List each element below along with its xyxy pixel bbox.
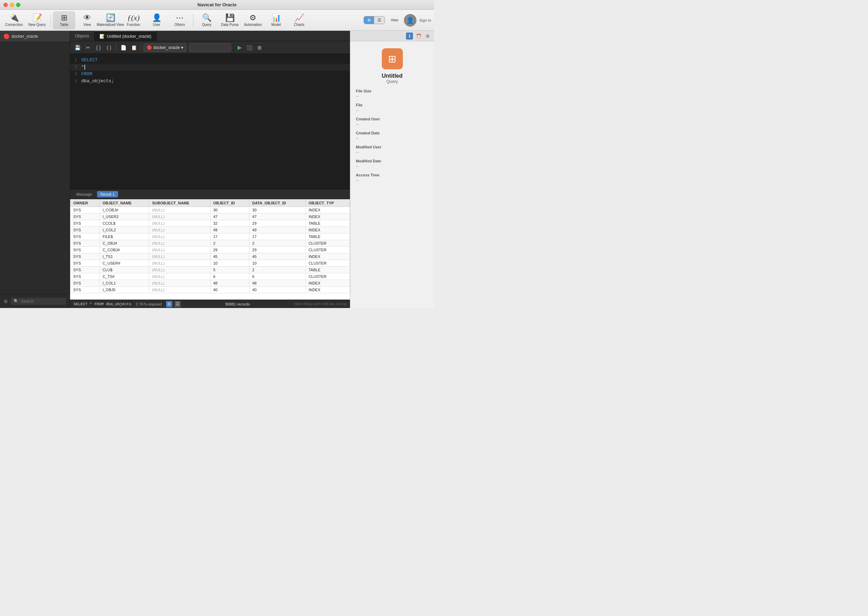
- info-field-label: Created Date: [356, 131, 428, 135]
- info-clock-btn[interactable]: ⏰: [415, 33, 422, 39]
- table-cell: (NULL): [149, 273, 210, 280]
- toolbar-item-table[interactable]: ⊞ Table: [53, 11, 75, 30]
- tab-objects[interactable]: Objects: [70, 31, 95, 41]
- toolbar-label-view: View: [83, 23, 91, 27]
- table-cell: FILE$: [99, 233, 149, 240]
- toolbar-item-view-label[interactable]: View: [388, 11, 401, 30]
- table-header-row: OWNER OBJECT_NAME SUBOBJECT_NAME OBJECT_…: [71, 200, 350, 207]
- export-btn[interactable]: 📋: [129, 43, 139, 52]
- info-field-value: --: [356, 178, 428, 183]
- editor-toolbar: 💾 ✂ { } ( ) 📄 📋 🔴 docker_oracle ▾ ▶ ⬛ ⊞: [70, 41, 350, 54]
- toolbar-item-model[interactable]: 📊 Model: [265, 11, 287, 30]
- page-btn[interactable]: 📄: [119, 43, 128, 52]
- toolbar-label-charts: Charts: [294, 23, 304, 27]
- table-cell: SYS: [71, 207, 100, 214]
- format-btn[interactable]: { }: [94, 43, 103, 52]
- stop-button[interactable]: ⬛: [245, 43, 254, 52]
- info-field: Modified User--: [356, 145, 428, 155]
- info-grid-btn[interactable]: ⊞: [424, 33, 431, 39]
- table-cell: I_COBJ#: [99, 207, 149, 214]
- table-cell: CCOL$: [99, 220, 149, 227]
- tab-bar: Objects 📝 Untitled (docker_oracle): [70, 31, 350, 41]
- db-selector[interactable]: 🔴 docker_oracle ▾: [143, 43, 186, 52]
- info-field: File Size--: [356, 89, 428, 99]
- toolbar-item-user[interactable]: 👤 User: [145, 11, 168, 30]
- titlebar: Navicat for Oracle: [0, 0, 434, 10]
- query-big-icon: ⊞: [382, 48, 403, 69]
- result-tab-message[interactable]: Message: [73, 191, 96, 197]
- db-name[interactable]: docker_oracle: [11, 34, 38, 39]
- search-input[interactable]: [20, 299, 63, 304]
- table-cell: (NULL): [149, 280, 210, 287]
- line-content-1: SELECT: [81, 57, 98, 64]
- table-cell: INDEX: [306, 214, 350, 220]
- db-selector-chevron: ▾: [181, 45, 183, 50]
- toolbar-item-query[interactable]: 🔍 Query: [195, 11, 218, 30]
- sign-in-avatar[interactable]: 👤: [404, 14, 416, 27]
- table-row[interactable]: SYSC_USER#(NULL)1010CLUSTER: [71, 260, 350, 267]
- status-grid-icon[interactable]: ⊞: [166, 301, 172, 307]
- table-row[interactable]: SYSC_OBJ#(NULL)22CLUSTER: [71, 240, 350, 247]
- tab-untitled[interactable]: 📝 Untitled (docker_oracle): [95, 31, 157, 41]
- connection-icon: 🔌: [9, 14, 19, 22]
- view-btn-list[interactable]: ☰: [374, 16, 384, 24]
- toolbar-item-others[interactable]: ⋯ Others: [169, 11, 191, 30]
- table-row[interactable]: SYSC_COBJ#(NULL)2929CLUSTER: [71, 247, 350, 253]
- maximize-button[interactable]: [16, 3, 20, 7]
- toolbar-item-view[interactable]: 👁 View: [76, 11, 98, 30]
- table-row[interactable]: SYSI_USER2(NULL)4747INDEX: [71, 214, 350, 220]
- toolbar-item-function[interactable]: ƒ(x) Function: [122, 11, 145, 30]
- status-list-icon[interactable]: ☰: [175, 301, 181, 307]
- sidebar-settings-icon[interactable]: ⚙: [3, 299, 8, 304]
- table-row[interactable]: SYSI_COBJ#(NULL)3030INDEX: [71, 207, 350, 214]
- toolbar-item-automation[interactable]: ⚙ Automation: [242, 11, 264, 30]
- table-cell: SYS: [71, 267, 100, 273]
- main-layout: 🔴 docker_oracle ⚙ 🔍 Objects 📝 Untitled (…: [0, 31, 434, 308]
- table-row[interactable]: SYSI_COL1(NULL)4848INDEX: [71, 280, 350, 287]
- toolbar-item-new-query[interactable]: 📝 New Query: [26, 11, 48, 30]
- db-icon: 🔴: [3, 34, 9, 39]
- result-table: OWNER OBJECT_NAME SUBOBJECT_NAME OBJECT_…: [70, 199, 350, 300]
- table-cell: 47: [210, 214, 249, 220]
- table-row[interactable]: SYSCLU$(NULL)52TABLE: [71, 267, 350, 273]
- ed-sep-1: [116, 44, 116, 51]
- function-icon: ƒ(x): [127, 14, 139, 22]
- run-button[interactable]: ▶: [235, 43, 244, 52]
- sign-in-label[interactable]: Sign In: [419, 18, 431, 22]
- info-icon-btn[interactable]: ℹ: [406, 33, 413, 39]
- result-tab-result1[interactable]: Result 1: [97, 191, 118, 197]
- save-btn[interactable]: 💾: [73, 43, 82, 52]
- table-row[interactable]: SYSI_TS1(NULL)4545INDEX: [71, 253, 350, 260]
- table-row[interactable]: SYSI_OBJ5(NULL)4040INDEX: [71, 287, 350, 293]
- toolbar-item-data-pump[interactable]: 💾 Data Pump: [219, 11, 241, 30]
- table-cell: TABLE: [306, 233, 350, 240]
- info-field-label: Modified Date: [356, 159, 428, 163]
- table-row[interactable]: SYSC_TS#(NULL)66CLUSTER: [71, 273, 350, 280]
- table-cell: SYS: [71, 280, 100, 287]
- toolbar-item-charts[interactable]: 📈 Charts: [288, 11, 310, 30]
- code-line-2: 2 *: [70, 64, 350, 71]
- table-cell: SYS: [71, 220, 100, 227]
- col-header-object-name: OBJECT_NAME: [99, 200, 149, 207]
- table-row[interactable]: SYSCCOL$(NULL)3229TABLE: [71, 220, 350, 227]
- code-editor[interactable]: 1 SELECT 2 * 3 FROM 4 dba_objects;: [70, 54, 350, 189]
- table-cell: CLUSTER: [306, 240, 350, 247]
- info-field-value: --: [356, 94, 428, 99]
- explain-btn[interactable]: ⊞: [255, 43, 264, 52]
- result-tab-bar: Message Result 1: [70, 189, 350, 199]
- table-cell: SYS: [71, 227, 100, 233]
- table-row[interactable]: SYSFILE$(NULL)1717TABLE: [71, 233, 350, 240]
- parenthesis-btn[interactable]: ( ): [104, 43, 113, 52]
- close-button[interactable]: [3, 3, 8, 7]
- view-btn-grid[interactable]: ⊞: [364, 16, 374, 24]
- table-row[interactable]: SYSI_COL2(NULL)4949INDEX: [71, 227, 350, 233]
- minimize-button[interactable]: [10, 3, 14, 7]
- table-cell: (NULL): [149, 267, 210, 273]
- cut-btn[interactable]: ✂: [83, 43, 93, 52]
- table-cell: 2: [210, 240, 249, 247]
- query-selector[interactable]: [189, 43, 231, 52]
- table-cell: (NULL): [149, 214, 210, 220]
- toolbar-item-materialized-view[interactable]: 🔄 Materialized View: [99, 11, 121, 30]
- table-cell: (NULL): [149, 227, 210, 233]
- toolbar-item-connection[interactable]: 🔌 Connection: [3, 11, 25, 30]
